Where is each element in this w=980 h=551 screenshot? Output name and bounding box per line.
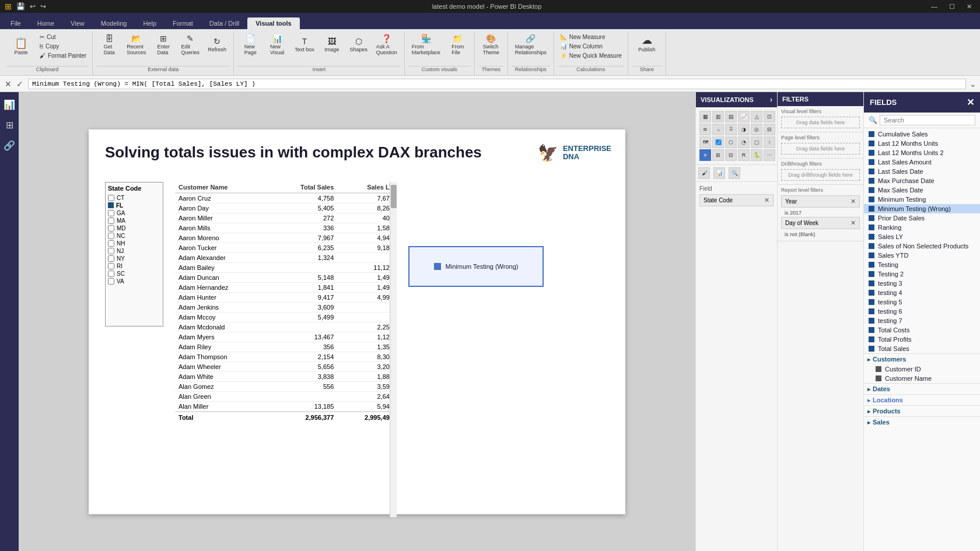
slicer-checkbox-ny[interactable] <box>108 255 114 262</box>
viz-field-value[interactable]: State Code ✕ <box>699 194 774 206</box>
slicer-item-md[interactable]: MD <box>108 224 160 232</box>
field-testing-5[interactable]: testing 5 <box>864 297 980 307</box>
viz-gauge[interactable]: ◔ <box>738 136 750 148</box>
model-view-button[interactable]: 🔗 <box>1 138 18 153</box>
chart-visual[interactable]: Minimum Testing (Wrong) <box>408 246 544 287</box>
viz-line-clustered[interactable]: ⊡ <box>764 111 775 122</box>
field-sales-non-selected[interactable]: Sales of Non Selected Products <box>864 241 980 251</box>
tab-file[interactable]: File <box>2 17 29 29</box>
formula-accept-icon[interactable]: ✓ <box>15 78 24 90</box>
copy-button[interactable]: ⎘ Copy <box>37 42 89 51</box>
quick-access-undo[interactable]: ↩ <box>30 2 36 10</box>
viz-funnel[interactable]: ⬡ <box>725 136 737 148</box>
from-marketplace-button[interactable]: 🏪 FromMarketplace <box>408 33 444 57</box>
viz-donut[interactable]: ◎ <box>751 124 762 135</box>
text-box-button[interactable]: T Text box <box>291 36 318 54</box>
get-data-button[interactable]: 🗄 GetData <box>96 33 122 57</box>
table-scroll-thumb[interactable] <box>391 185 397 208</box>
viz-kpi[interactable]: ↑ <box>764 136 775 148</box>
viz-field-remove[interactable]: ✕ <box>764 196 769 204</box>
fields-panel-close[interactable]: ✕ <box>967 97 974 108</box>
slicer-item-sc[interactable]: SC <box>108 270 160 278</box>
slicer-checkbox-ct[interactable] <box>108 195 114 201</box>
tab-visual-tools[interactable]: Visual tools <box>247 17 300 29</box>
group-dates[interactable]: ▸ Dates <box>864 383 980 394</box>
slicer-item-nc[interactable]: NC <box>108 232 160 240</box>
tab-view[interactable]: View <box>62 17 93 29</box>
quick-access-save[interactable]: 💾 <box>16 2 25 10</box>
slicer-checkbox-sc[interactable] <box>108 271 114 277</box>
refresh-button[interactable]: ↻ Refresh <box>204 36 230 54</box>
formula-cancel-icon[interactable]: ✕ <box>4 78 13 90</box>
switch-theme-button[interactable]: 🎨 SwitchTheme <box>478 33 504 57</box>
formula-expand-button[interactable]: ⌄ <box>970 79 977 89</box>
field-last-sales-amount[interactable]: Last Sales Amount <box>864 157 980 167</box>
field-max-purchase-date[interactable]: Max Purchase Date <box>864 176 980 185</box>
field-cumulative-sales[interactable]: Cumulative Sales <box>864 129 980 139</box>
field-testing-4[interactable]: testing 4 <box>864 288 980 297</box>
field-testing-2[interactable]: Testing 2 <box>864 269 980 279</box>
drag-page-fields[interactable]: Drag data fields here <box>781 143 860 155</box>
field-total-costs[interactable]: Total Costs <box>864 325 980 335</box>
tab-help[interactable]: Help <box>135 17 164 29</box>
data-view-button[interactable]: ⊞ <box>4 117 16 133</box>
cut-button[interactable]: ✂ Cut <box>37 33 89 41</box>
group-products[interactable]: ▸ Products <box>864 405 980 416</box>
year-filter[interactable]: Year ✕ <box>781 195 860 208</box>
viz-matrix[interactable]: ⊟ <box>725 149 737 161</box>
quick-access-redo[interactable]: ↪ <box>40 2 46 10</box>
viz-panel-expand[interactable]: › <box>770 96 772 104</box>
viz-r-visual[interactable]: R <box>738 149 750 161</box>
field-testing-3[interactable]: testing 3 <box>864 279 980 288</box>
viz-map[interactable]: 🗺 <box>699 136 711 148</box>
slicer-item-fl[interactable]: FL <box>108 202 160 209</box>
slicer-checkbox-ma[interactable] <box>108 217 114 224</box>
enter-data-button[interactable]: ⊞ EnterData <box>150 33 176 57</box>
field-minimum-testing[interactable]: Minimum Testing <box>864 195 980 204</box>
drag-drillthrough-fields[interactable]: Drag drillthrough fields here <box>781 169 860 181</box>
image-button[interactable]: 🖼 Image <box>319 36 345 54</box>
viz-stacked-bar[interactable]: ▦ <box>699 111 711 122</box>
viz-waterfall[interactable]: ⬦ <box>712 124 724 135</box>
close-button[interactable]: ✕ <box>963 2 975 12</box>
dow-filter-remove[interactable]: ✕ <box>850 219 856 227</box>
table-scrollbar[interactable] <box>390 182 397 517</box>
viz-more[interactable]: ⋯ <box>764 149 775 161</box>
drag-data-fields[interactable]: Drag data fields here <box>781 117 860 128</box>
viz-table[interactable]: ⊞ <box>712 149 724 161</box>
viz-area-chart[interactable]: △ <box>751 111 762 122</box>
viz-scatter[interactable]: ⠿ <box>725 124 737 135</box>
new-quick-measure-button[interactable]: ⚡ New Quick Measure <box>558 51 624 60</box>
format-painter-button[interactable]: 🖌 Format Painter <box>37 51 89 60</box>
ask-question-button[interactable]: ❓ Ask AQuestion <box>373 33 401 57</box>
viz-pie[interactable]: ◑ <box>738 124 750 135</box>
fields-search-input[interactable] <box>880 115 975 125</box>
new-column-button[interactable]: 📊 New Column <box>558 42 624 51</box>
viz-stacked-bar-100[interactable]: ▤ <box>725 111 737 122</box>
viz-filled-map[interactable]: 🗾 <box>712 136 724 148</box>
shapes-button[interactable]: ⬡ Shapes <box>346 36 372 54</box>
field-ranking[interactable]: Ranking <box>864 223 980 232</box>
field-minimum-testing-wrong[interactable]: Minimum Testing (Wrong) <box>864 204 980 213</box>
tab-modeling[interactable]: Modeling <box>93 17 135 29</box>
field-customer-id[interactable]: Customer ID <box>864 364 980 374</box>
group-sales[interactable]: ▸ Sales <box>864 416 980 427</box>
manage-relationships-button[interactable]: 🔗 ManageRelationships <box>512 33 550 57</box>
tab-format[interactable]: Format <box>164 17 201 29</box>
group-customers[interactable]: ▸ Customers <box>864 353 980 364</box>
report-view-button[interactable]: 📊 <box>1 97 18 113</box>
viz-analytics-icon[interactable]: 📊 <box>713 167 725 179</box>
viz-line-chart[interactable]: 📈 <box>738 111 750 122</box>
field-prior-date-sales[interactable]: Prior Date Sales <box>864 213 980 223</box>
slicer-checkbox-va[interactable] <box>108 278 114 285</box>
tab-home[interactable]: Home <box>29 17 62 29</box>
field-total-sales[interactable]: Total Sales <box>864 344 980 353</box>
formula-input[interactable]: Minimum Testing (Wrong) = MIN( [Total Sa… <box>28 79 966 89</box>
slicer-item-ma[interactable]: MA <box>108 217 160 224</box>
new-measure-button[interactable]: 📐 New Measure <box>558 33 624 41</box>
slicer-checkbox-nc[interactable] <box>108 233 114 239</box>
from-file-button[interactable]: 📁 FromFile <box>445 33 471 57</box>
field-testing-7[interactable]: testing 7 <box>864 316 980 325</box>
field-total-profits[interactable]: Total Profits <box>864 335 980 344</box>
maximize-button[interactable]: ☐ <box>946 2 958 12</box>
